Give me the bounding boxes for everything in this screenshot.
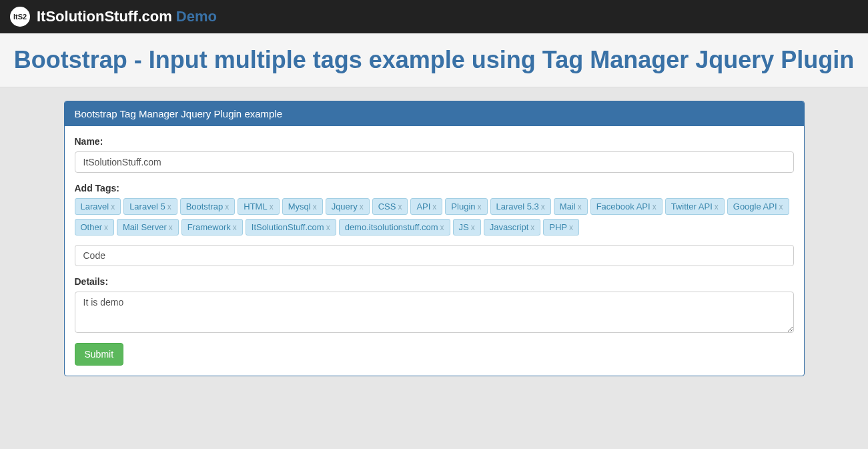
brand-name[interactable]: ItSolutionStuff.com	[37, 8, 172, 25]
site-logo[interactable]: ItS2	[10, 7, 30, 27]
tag-label: JS	[459, 222, 469, 232]
tag-remove-icon[interactable]: x	[440, 223, 444, 232]
tag-list: LaravelxLaravel 5xBootstrapxHTMLxMysqlxJ…	[75, 198, 794, 240]
tag-item: HTMLx	[238, 198, 279, 215]
tag-label: Twitter API	[671, 201, 713, 211]
tag-remove-icon[interactable]: x	[169, 223, 173, 232]
tag-item: Twitter APIx	[665, 198, 725, 215]
form-panel: Bootstrap Tag Manager Jquery Plugin exam…	[64, 101, 805, 376]
panel-body: Name: Add Tags: LaravelxLaravel 5xBootst…	[65, 126, 804, 376]
tag-label: HTML	[244, 201, 267, 211]
tag-remove-icon[interactable]: x	[578, 202, 582, 211]
panel-heading: Bootstrap Tag Manager Jquery Plugin exam…	[65, 101, 804, 126]
tag-item: Javascriptx	[484, 219, 541, 236]
tag-item: Bootstrapx	[180, 198, 236, 215]
tag-item: ItSolutionStuff.comx	[246, 219, 336, 236]
tag-remove-icon[interactable]: x	[541, 202, 545, 211]
tag-remove-icon[interactable]: x	[233, 223, 237, 232]
tag-remove-icon[interactable]: x	[398, 202, 402, 211]
submit-button[interactable]: Submit	[75, 343, 124, 366]
tag-item: CSSx	[372, 198, 408, 215]
tags-label: Add Tags:	[75, 183, 794, 193]
tag-remove-icon[interactable]: x	[779, 202, 783, 211]
tag-item: Frameworkx	[181, 219, 243, 236]
tags-input[interactable]	[75, 245, 794, 266]
tag-item: APIx	[410, 198, 442, 215]
tag-remove-icon[interactable]: x	[653, 202, 657, 211]
tag-remove-icon[interactable]: x	[471, 223, 475, 232]
tag-item: Laravelx	[75, 198, 121, 215]
tag-item: Facebook APIx	[590, 198, 663, 215]
navbar: ItS2 ItSolutionStuff.com Demo	[0, 0, 868, 33]
tag-label: Mail Server	[123, 222, 167, 232]
tag-remove-icon[interactable]: x	[104, 223, 108, 232]
page-title: Bootstrap - Input multiple tags example …	[10, 47, 858, 73]
tag-label: demo.itsolutionstuff.com	[345, 222, 438, 232]
tag-remove-icon[interactable]: x	[569, 223, 573, 232]
details-group: Details:	[75, 276, 794, 333]
details-textarea[interactable]	[75, 292, 794, 333]
tag-label: Other	[81, 222, 103, 232]
tag-label: Laravel 5.3	[496, 201, 539, 211]
tag-label: Jquery	[332, 201, 358, 211]
tag-label: Facebook API	[596, 201, 650, 211]
tag-label: Plugin	[451, 201, 475, 211]
tag-label: ItSolutionStuff.com	[252, 222, 324, 232]
tag-item: Mail Serverx	[117, 219, 179, 236]
tag-remove-icon[interactable]: x	[715, 202, 719, 211]
tag-remove-icon[interactable]: x	[225, 202, 229, 211]
tag-label: Mail	[560, 201, 576, 211]
tag-label: PHP	[549, 222, 567, 232]
tag-remove-icon[interactable]: x	[270, 202, 274, 211]
tag-label: Mysql	[288, 201, 311, 211]
tag-item: Pluginx	[445, 198, 487, 215]
name-group: Name:	[75, 136, 794, 173]
tag-remove-icon[interactable]: x	[111, 202, 115, 211]
tag-item: demo.itsolutionstuff.comx	[339, 219, 450, 236]
tag-item: Mailx	[554, 198, 588, 215]
tag-item: Laravel 5.3x	[490, 198, 551, 215]
tag-label: Framework	[187, 222, 231, 232]
tag-item: Jqueryx	[326, 198, 370, 215]
tag-remove-icon[interactable]: x	[167, 202, 171, 211]
tag-remove-icon[interactable]: x	[478, 202, 482, 211]
tag-item: Mysqlx	[282, 198, 323, 215]
tag-item: JSx	[453, 219, 481, 236]
details-label: Details:	[75, 276, 794, 287]
main-container: Bootstrap Tag Manager Jquery Plugin exam…	[54, 87, 815, 390]
tag-label: API	[416, 201, 430, 211]
tags-group: Add Tags: LaravelxLaravel 5xBootstrapxHT…	[75, 183, 794, 266]
tag-item: Laravel 5x	[123, 198, 177, 215]
tag-remove-icon[interactable]: x	[360, 202, 364, 211]
tag-item: PHPx	[543, 219, 579, 236]
tag-item: Google APIx	[727, 198, 789, 215]
tag-remove-icon[interactable]: x	[432, 202, 436, 211]
tag-remove-icon[interactable]: x	[326, 223, 330, 232]
tag-label: CSS	[378, 201, 396, 211]
tag-item: Otherx	[75, 219, 115, 236]
page-header-section: Bootstrap - Input multiple tags example …	[0, 33, 868, 87]
name-input[interactable]	[75, 151, 794, 173]
name-label: Name:	[75, 136, 794, 147]
tag-remove-icon[interactable]: x	[313, 202, 317, 211]
tag-label: Google API	[733, 201, 777, 211]
tag-remove-icon[interactable]: x	[530, 223, 534, 232]
tag-label: Javascript	[490, 222, 529, 232]
tag-label: Laravel	[81, 201, 109, 211]
tag-label: Bootstrap	[186, 201, 224, 211]
tag-label: Laravel 5	[129, 201, 165, 211]
brand-demo-label: Demo	[176, 8, 217, 25]
